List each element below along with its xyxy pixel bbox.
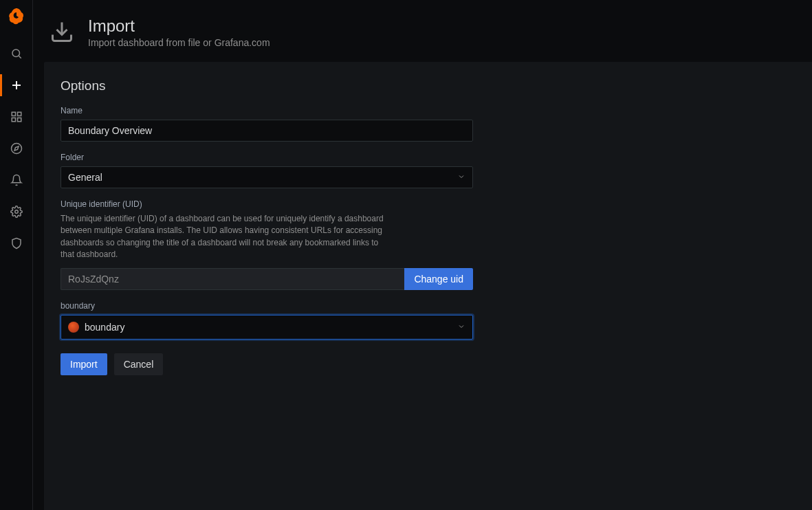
datasource-label: boundary [61, 301, 473, 311]
page-subtitle: Import dashboard from file or Grafana.co… [88, 37, 270, 48]
main: Import Import dashboard from file or Gra… [33, 0, 812, 510]
import-icon [50, 19, 74, 46]
svg-rect-5 [17, 112, 21, 115]
content-card: Options Name Folder General Unique ident… [44, 62, 812, 510]
sidebar [0, 0, 33, 510]
form-group-uid: Unique identifier (UID) The unique ident… [61, 199, 473, 290]
svg-point-8 [11, 144, 21, 154]
change-uid-button[interactable]: Change uid [404, 268, 473, 290]
create-icon[interactable] [0, 71, 33, 99]
svg-marker-9 [14, 146, 19, 151]
dashboards-icon[interactable] [0, 103, 33, 131]
configuration-icon[interactable] [0, 198, 33, 225]
svg-rect-7 [17, 118, 21, 122]
alerting-icon[interactable] [0, 166, 33, 194]
datasource-value: boundary [85, 322, 124, 333]
svg-rect-6 [12, 118, 15, 122]
chevron-down-icon [457, 172, 465, 183]
prometheus-icon [68, 322, 79, 333]
svg-point-0 [12, 49, 20, 57]
uid-label: Unique identifier (UID) [61, 199, 473, 209]
cancel-button[interactable]: Cancel [114, 353, 164, 375]
section-title: Options [61, 78, 795, 93]
form-group-folder: Folder General [61, 153, 473, 188]
name-input[interactable] [61, 120, 473, 142]
form-group-datasource: boundary boundary [61, 301, 473, 340]
uid-input [61, 268, 404, 290]
server-admin-icon[interactable] [0, 230, 33, 257]
import-button[interactable]: Import [61, 353, 107, 375]
page-title: Import [88, 16, 270, 36]
folder-select[interactable]: General [61, 166, 473, 188]
folder-label: Folder [61, 153, 473, 162]
grafana-logo-icon[interactable] [6, 5, 28, 27]
page-header: Import Import dashboard from file or Gra… [33, 0, 812, 62]
chevron-down-icon [457, 322, 465, 333]
folder-value: General [68, 172, 102, 183]
uid-description: The unique identifier (UID) of a dashboa… [61, 213, 391, 261]
explore-icon[interactable] [0, 135, 33, 162]
svg-point-10 [14, 210, 18, 214]
svg-line-1 [19, 56, 21, 58]
search-icon[interactable] [0, 40, 33, 67]
form-group-name: Name [61, 106, 473, 142]
datasource-select[interactable]: boundary [61, 315, 473, 340]
button-row: Import Cancel [61, 353, 795, 375]
name-label: Name [61, 106, 473, 115]
svg-rect-4 [12, 112, 15, 115]
